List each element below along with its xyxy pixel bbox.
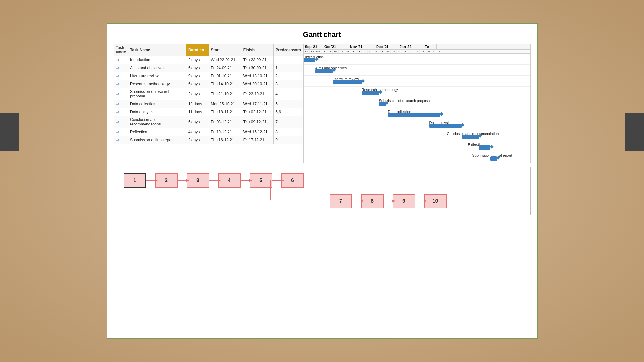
cell-predecessors: 5,6 xyxy=(274,108,303,116)
cell-mode: ⇒ xyxy=(114,72,128,80)
table-row: ⇒ Aims and objectives 5 days Fri 24-09-2… xyxy=(114,64,303,72)
cell-mode: ⇒ xyxy=(114,80,128,88)
flow-arrow-1: ▶ xyxy=(146,180,155,181)
day: 10 xyxy=(344,50,350,53)
month-jan: Jan '22 xyxy=(394,44,417,49)
gantt-diamond-9 xyxy=(490,145,493,148)
flow-arrow-9: ▶ xyxy=(415,201,424,201)
task-icon: ⇒ xyxy=(116,109,120,115)
th-finish: Finish xyxy=(241,44,273,56)
flow-box-10: 10 xyxy=(424,194,447,208)
cell-duration: 18 days xyxy=(186,100,209,108)
gantt-bar-4 xyxy=(362,91,379,95)
cell-duration: 5 days xyxy=(186,64,209,72)
cell-name: Aims and objectives xyxy=(128,64,186,72)
day: 19 xyxy=(327,50,333,53)
cell-finish: Fri 22-10-21 xyxy=(241,88,273,100)
gantt-row-4: Research methodology xyxy=(304,87,530,97)
flow-arrow-3: ▶ xyxy=(209,180,218,181)
th-mode: Task Mode xyxy=(114,44,128,56)
flow-box-9: 9 xyxy=(393,194,415,208)
gantt-row-3: Literature review xyxy=(304,76,530,87)
gantt-diamond-6 xyxy=(440,112,443,116)
cell-mode: ⇒ xyxy=(114,64,128,72)
cell-predecessors: 8 xyxy=(274,128,303,136)
right-side-tab xyxy=(625,113,644,151)
cell-predecessors xyxy=(274,56,303,64)
th-start: Start xyxy=(209,44,241,56)
task-icon: ⇒ xyxy=(116,137,120,143)
flow-box-4: 4 xyxy=(218,173,241,188)
gantt-diamond-3 xyxy=(361,79,365,83)
flow-box-3: 3 xyxy=(187,173,209,188)
cell-name: Introduction xyxy=(128,56,186,64)
cell-predecessors: 4 xyxy=(274,88,303,100)
cell-name: Data analysis xyxy=(128,108,186,116)
month-oct: Oct '21 xyxy=(319,44,342,49)
flow-box-5: 5 xyxy=(250,173,272,188)
gantt-row-6: Data collection xyxy=(304,108,530,119)
task-icon: ⇒ xyxy=(116,91,120,97)
cell-mode: ⇒ xyxy=(114,116,128,128)
cell-name: Research methodology xyxy=(128,80,186,88)
day: 02 xyxy=(414,50,420,53)
flow-vert-connector xyxy=(270,180,271,200)
cell-mode: ⇒ xyxy=(114,128,128,136)
flow-box-6: 6 xyxy=(281,173,304,188)
cell-predecessors: 7 xyxy=(274,116,303,128)
cell-finish: Wed 20-10-21 xyxy=(241,80,273,88)
flow-bottom-row: 7 ▶ 8 ▶ 9 ▶ 10 xyxy=(330,194,521,208)
cell-finish: Wed 17-11-21 xyxy=(241,100,273,108)
table-row: ⇒ Submission of final report 2 days Thu … xyxy=(114,136,303,144)
table-row: ⇒ Introduction 2 days Wed 22-09-21 Thu 2… xyxy=(114,56,303,64)
cell-duration: 2 days xyxy=(186,56,209,64)
cell-predecessors: 5 xyxy=(274,100,303,108)
day: 03 xyxy=(339,50,344,53)
day: 09 xyxy=(420,50,425,53)
task-icon: ⇒ xyxy=(116,65,120,70)
flow-arrow-7: ▶ xyxy=(352,201,361,201)
gantt-current-date-line xyxy=(331,86,331,163)
task-icon: ⇒ xyxy=(116,81,120,87)
cell-duration: 5 days xyxy=(186,80,209,88)
gantt-days-row: 22 29 05 12 19 26 03 10 17 24 31 07 14 2… xyxy=(304,50,530,54)
cell-duration: 2 days xyxy=(186,88,209,100)
month-nov: Nov '21 xyxy=(342,44,371,49)
day: 24 xyxy=(356,50,362,53)
cell-name: Literature review xyxy=(128,72,186,80)
gantt-row-8: Conclusion and recommendations xyxy=(304,130,530,141)
gantt-bar-5 xyxy=(379,102,386,106)
day: 31 xyxy=(362,50,368,53)
gantt-bar-9 xyxy=(479,145,490,150)
cell-finish: Fri 17-12-21 xyxy=(241,136,273,144)
cell-mode: ⇒ xyxy=(114,100,128,108)
month-dec: Dec '21 xyxy=(371,44,394,49)
gantt-bar-8 xyxy=(462,135,479,139)
cell-finish: Thu 02-12-21 xyxy=(241,108,273,116)
gantt-row-9: Reflection xyxy=(304,141,530,152)
gantt-row-2: Aims and objectives xyxy=(304,65,530,76)
cell-mode: ⇒ xyxy=(114,88,128,100)
cell-name: Submission of final report xyxy=(128,136,186,144)
day: 05 xyxy=(315,50,321,53)
cell-start: Mon 25-10-21 xyxy=(209,100,241,108)
table-row: ⇒ Reflection 4 days Fri 10-12-21 Wed 15-… xyxy=(114,128,303,136)
day: 12 xyxy=(321,50,327,53)
cell-finish: Wed 15-12-21 xyxy=(241,128,273,136)
gantt-chart: Sep '21 Oct '21 Nov '21 Dec '21 Jan '22 … xyxy=(303,44,531,163)
left-side-tab xyxy=(0,113,19,151)
day: 05 xyxy=(391,50,397,53)
cell-predecessors: 3 xyxy=(274,80,303,88)
cell-duration: 4 days xyxy=(186,128,209,136)
cell-name: Submission of research proposal xyxy=(128,88,186,100)
gantt-months-row: Sep '21 Oct '21 Nov '21 Dec '21 Jan '22 … xyxy=(304,44,530,50)
cell-finish: Thu 09-12-21 xyxy=(241,116,273,128)
gantt-bar-6 xyxy=(388,113,440,117)
task-table-wrapper: Task Mode Task Name Duration Start Finis… xyxy=(114,44,303,163)
cell-duration: 2 days xyxy=(186,136,209,144)
table-row: ⇒ Data analysis 11 days Thu 18-11-21 Thu… xyxy=(114,108,303,116)
month-fe: Fe xyxy=(417,44,437,49)
gantt-bar-3 xyxy=(333,80,362,84)
cell-finish: Thu 30-09-21 xyxy=(241,64,273,72)
day: 16 xyxy=(425,50,431,53)
